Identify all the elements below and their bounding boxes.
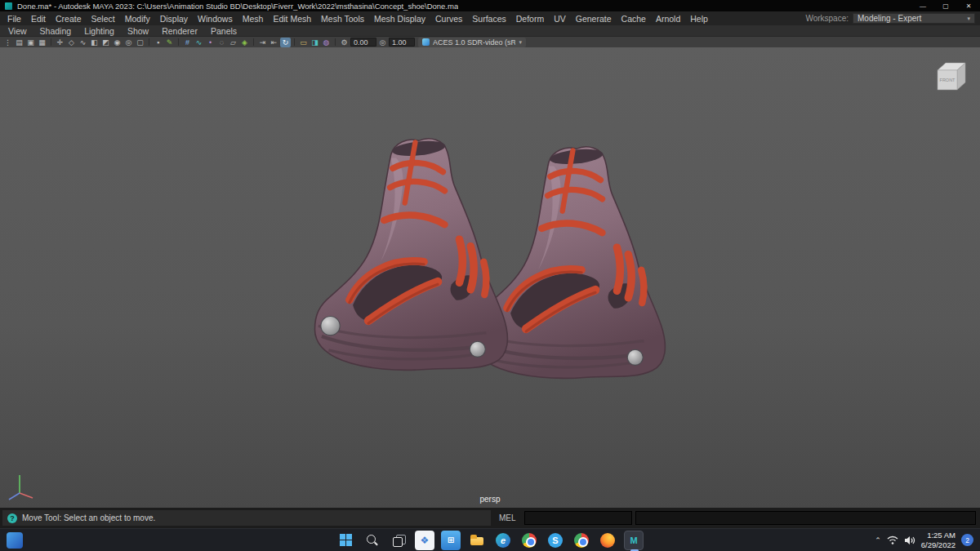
menu-mesh-tools[interactable]: Mesh Tools — [316, 14, 369, 24]
panel-menu-show[interactable]: Show — [121, 26, 155, 36]
colorspace-value: ACES 1.0 SDR-video (sRGB — [433, 38, 515, 47]
taskbar-file-explorer-icon[interactable] — [467, 531, 487, 550]
panel-menu-lighting[interactable]: Lighting — [78, 26, 121, 36]
command-line-input[interactable] — [524, 511, 632, 525]
taskbar-start-icon[interactable] — [336, 531, 356, 550]
menu-modify[interactable]: Modify — [120, 14, 155, 24]
hidden-icons-chevron[interactable]: ⌃ — [875, 536, 881, 544]
taskbar-maya-icon[interactable]: M — [624, 531, 644, 550]
workspace-area: Workspace: Modeling - Expert ▾ — [805, 13, 980, 24]
menu-cache[interactable]: Cache — [617, 14, 651, 24]
menu-generate[interactable]: Generate — [571, 14, 617, 24]
select-by-hierarchy-icon[interactable]: ▤ — [14, 38, 24, 47]
taskbar-firefox-icon[interactable] — [598, 531, 617, 550]
menu-curves[interactable]: Curves — [430, 14, 467, 24]
menu-windows[interactable]: Windows — [193, 14, 238, 24]
title-bar: Done.ma* - Autodesk MAYA 2023: C:\Users\… — [0, 0, 980, 11]
menu-mesh[interactable]: Mesh — [238, 14, 269, 24]
render-current-frame-icon[interactable]: ◨ — [310, 38, 320, 47]
taskbar-store-icon[interactable]: ⊞ — [441, 531, 461, 550]
menu-arnold[interactable]: Arnold — [651, 14, 685, 24]
panel-menu-items: ViewShadingLightingShowRendererPanels — [2, 26, 243, 36]
taskbar-clock[interactable]: 1:25 AM 6/29/2022 — [921, 531, 956, 550]
shoe-model-3d[interactable] — [0, 47, 980, 508]
mask-deformers-icon[interactable]: ◩ — [100, 38, 111, 47]
close-button[interactable]: ✕ — [957, 0, 980, 11]
taskbar-photos-glyph: ❖ — [421, 535, 430, 546]
snap-to-projected-center-icon[interactable]: ◌ — [216, 38, 227, 47]
taskbar-skype-icon[interactable]: S — [546, 531, 565, 550]
workspace-selector[interactable]: Modeling - Expert ▾ — [853, 13, 975, 24]
soft-select-icon[interactable]: ◎ — [377, 38, 388, 47]
mask-joints-icon[interactable]: ◇ — [66, 38, 77, 47]
transform-x-field[interactable] — [350, 38, 376, 47]
ipr-render-icon[interactable]: ◍ — [321, 38, 332, 47]
minimize-button[interactable]: — — [911, 0, 934, 11]
panel-menu-view[interactable]: View — [2, 26, 33, 36]
input-connections-icon[interactable]: ⇥ — [257, 38, 268, 47]
select-by-component-icon[interactable]: ▦ — [37, 38, 47, 47]
maximize-button[interactable]: ▢ — [934, 0, 957, 11]
mask-surfaces-icon[interactable]: ◧ — [89, 38, 100, 47]
menu-help[interactable]: Help — [685, 14, 713, 24]
highlight-selection-icon[interactable]: ✎ — [164, 38, 175, 47]
mask-misc-icon[interactable]: ▢ — [135, 38, 145, 47]
snap-to-view-planes-icon[interactable]: ▱ — [228, 38, 238, 47]
system-tray: ⌃ 1:25 AM 6/29/2022 2 — [875, 531, 973, 550]
workspace-value: Modeling - Expert — [858, 14, 921, 23]
snap-to-points-icon[interactable]: • — [205, 38, 216, 47]
snap-to-grids-icon[interactable]: # — [182, 38, 193, 47]
taskbar-center-icons: ❖⊞eSM — [336, 531, 644, 550]
mask-handles-icon[interactable]: ✛ — [55, 38, 65, 47]
lock-selection-icon[interactable]: ▪ — [153, 38, 163, 47]
taskbar-chrome-icon[interactable] — [519, 531, 539, 550]
construction-history-icon[interactable]: ↻ — [280, 38, 291, 47]
volume-icon[interactable] — [904, 535, 915, 545]
viewport-3d[interactable]: FRONT persp — [0, 47, 980, 508]
menu-deform[interactable]: Deform — [511, 14, 549, 24]
open-render-view-icon[interactable]: ▭ — [298, 38, 309, 47]
snap-to-curves-icon[interactable]: ∿ — [194, 38, 204, 47]
workspace-label: Workspace: — [805, 14, 849, 23]
taskbar-search-icon[interactable] — [363, 531, 382, 550]
transform-y-field[interactable] — [389, 38, 415, 47]
menu-display[interactable]: Display — [155, 14, 193, 24]
taskbar-task-view-icon[interactable] — [389, 531, 408, 550]
window-controls: — ▢ ✕ — [911, 0, 980, 11]
colorspace-dropdown[interactable]: ACES 1.0 SDR-video (sRGB ▾ — [418, 38, 526, 47]
tray-time: 1:25 AM — [921, 531, 956, 540]
taskbar-photos-icon[interactable]: ❖ — [415, 531, 434, 550]
menu-mesh-display[interactable]: Mesh Display — [369, 14, 430, 24]
shoe-left[interactable] — [314, 139, 507, 371]
select-by-object-icon[interactable]: ▣ — [25, 38, 36, 47]
mask-curves-icon[interactable]: ∿ — [78, 38, 88, 47]
bottom-bar: ? Move Tool: Select an object to move. M… — [0, 508, 980, 528]
mask-dynamics-icon[interactable]: ◉ — [112, 38, 122, 47]
menu-uv[interactable]: UV — [549, 14, 571, 24]
taskbar-chrome-profile-2-icon[interactable] — [572, 531, 591, 550]
taskbar-pinned-corner-icon[interactable] — [7, 532, 23, 549]
panel-menu-renderer[interactable]: Renderer — [155, 26, 204, 36]
view-cube[interactable]: FRONT — [931, 57, 969, 95]
command-line-output[interactable] — [635, 511, 976, 525]
sidebar-grip-icon[interactable]: ⋮ — [2, 38, 13, 47]
main-menu-bar: FileEditCreateSelectModifyDisplayWindows… — [0, 11, 980, 25]
make-live-icon[interactable]: ◈ — [239, 38, 250, 47]
menu-edit-mesh[interactable]: Edit Mesh — [268, 14, 316, 24]
mask-rendering-icon[interactable]: ◎ — [123, 38, 134, 47]
output-connections-icon[interactable]: ⇤ — [269, 38, 279, 47]
camera-name-label: persp — [0, 495, 980, 504]
menu-create[interactable]: Create — [51, 14, 87, 24]
command-line-language-toggle[interactable]: MEL — [494, 513, 521, 522]
menu-surfaces[interactable]: Surfaces — [467, 14, 510, 24]
menu-select[interactable]: Select — [87, 14, 120, 24]
panel-menu-shading[interactable]: Shading — [33, 26, 78, 36]
menu-edit[interactable]: Edit — [26, 14, 51, 24]
menu-file[interactable]: File — [2, 14, 26, 24]
network-icon[interactable] — [887, 535, 898, 545]
panel-menu-panels[interactable]: Panels — [204, 26, 243, 36]
notification-badge[interactable]: 2 — [961, 534, 973, 546]
tool-settings-icon[interactable]: ⚙ — [339, 38, 350, 47]
taskbar-edge-icon[interactable]: e — [493, 531, 513, 550]
help-icon: ? — [7, 513, 17, 523]
